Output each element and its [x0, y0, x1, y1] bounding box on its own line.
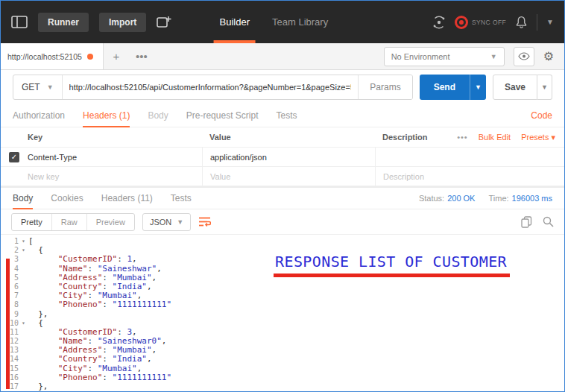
import-button[interactable]: Import — [99, 13, 146, 32]
request-builder-bar: GET ▼ Params Send ▼ Save ▼ — [1, 70, 564, 104]
fold-spacer — [19, 337, 28, 346]
fold-toggle-icon[interactable]: ▾ — [19, 246, 28, 255]
interceptor-icon[interactable] — [432, 16, 446, 29]
response-tab-body[interactable]: Body — [13, 188, 33, 209]
line-number: 6 — [1, 282, 19, 291]
notifications-bell-icon[interactable] — [515, 16, 528, 29]
new-key-field[interactable]: New key — [28, 167, 202, 186]
sync-status[interactable]: SYNC OFF — [455, 16, 506, 29]
fold-spacer — [19, 346, 28, 355]
copy-icon[interactable] — [521, 216, 532, 228]
tab-builder[interactable]: Builder — [220, 1, 250, 43]
fold-spacer — [19, 291, 28, 300]
tab-authorization[interactable]: Authorization — [13, 104, 65, 127]
line-number: 15 — [1, 364, 19, 373]
chevron-down-icon: ▼ — [177, 218, 183, 226]
tab-headers[interactable]: Headers (1) — [83, 104, 130, 127]
params-button[interactable]: Params — [358, 75, 411, 99]
environment-select[interactable]: No Environment ▼ — [384, 47, 505, 66]
tab-options-button[interactable]: ••• — [129, 43, 154, 69]
mode-raw[interactable]: Raw — [52, 214, 87, 230]
bulk-edit-link[interactable]: Bulk Edit — [479, 133, 511, 142]
new-tab-button[interactable]: + — [104, 43, 129, 69]
mode-preview[interactable]: Preview — [87, 214, 134, 230]
user-menu-chevron-icon[interactable]: ▼ — [546, 18, 554, 26]
header-options-button[interactable]: ••• — [457, 133, 468, 142]
response-body-viewer[interactable]: 1▾[2▾ {3 "CustomerID": 1,4 "Name": "Sain… — [1, 234, 564, 391]
settings-gear-icon[interactable]: ⚙ — [543, 49, 554, 63]
header-row: ✓ Content-Type application/json — [1, 148, 564, 167]
line-number: 12 — [1, 337, 19, 346]
tab-tests[interactable]: Tests — [276, 104, 297, 127]
http-method-label: GET — [22, 82, 40, 92]
unsaved-dot-icon — [87, 54, 93, 60]
line-number: 4 — [1, 265, 19, 274]
fold-toggle-icon[interactable]: ▾ — [19, 319, 28, 328]
headers-editor: Key Value Description ••• Bulk Edit Pres… — [1, 127, 564, 186]
new-description-field[interactable]: Description — [375, 167, 564, 186]
line-number: 9 — [1, 310, 19, 319]
line-number: 7 — [1, 291, 19, 300]
main-tabs: Builder Team Library — [220, 1, 329, 43]
language-selected-label: JSON — [150, 218, 171, 227]
fold-spacer — [19, 328, 28, 337]
fold-toggle-icon[interactable]: ▾ — [19, 237, 28, 246]
code-line: 16 "Phoneno": "1111111111" — [1, 373, 564, 382]
fold-spacer — [19, 274, 28, 282]
environment-preview-eye-icon[interactable] — [514, 47, 534, 66]
fold-spacer — [19, 373, 28, 382]
fold-spacer — [19, 300, 28, 309]
code-line: 17 }, — [1, 382, 564, 391]
status-badge: Status:200 OK — [419, 194, 476, 203]
header-description-cell[interactable] — [375, 148, 564, 166]
fold-spacer — [19, 364, 28, 373]
header-key-cell[interactable]: Content-Type — [28, 148, 202, 166]
response-tab-headers[interactable]: Headers (11) — [101, 188, 153, 209]
code-text: "Phoneno": "1111111111" — [28, 300, 171, 309]
time-value: 196003 ms — [512, 194, 552, 203]
code-text: }, — [28, 382, 48, 391]
check-icon: ✓ — [11, 153, 17, 161]
url-input[interactable] — [63, 75, 359, 99]
view-mode-group: Pretty Raw Preview — [11, 213, 135, 231]
presets-dropdown[interactable]: Presets ▾ — [521, 133, 555, 142]
response-tab-cookies[interactable]: Cookies — [51, 188, 83, 209]
line-number: 16 — [1, 373, 19, 382]
wrap-format-icon[interactable] — [198, 216, 211, 227]
save-options-chevron-icon[interactable]: ▼ — [537, 75, 552, 100]
tab-team-library[interactable]: Team Library — [272, 1, 328, 43]
send-button[interactable]: Send — [420, 75, 470, 100]
tab-body[interactable]: Body — [148, 104, 168, 127]
new-value-field[interactable]: Value — [202, 167, 375, 186]
annotation-red-bar — [6, 259, 10, 389]
new-window-icon[interactable] — [157, 16, 171, 28]
header-row-checkbox[interactable]: ✓ — [9, 152, 19, 162]
response-toolbar: Pretty Raw Preview JSON ▼ — [1, 209, 564, 234]
sidebar-toggle-icon[interactable] — [11, 16, 28, 28]
save-button[interactable]: Save — [493, 75, 537, 100]
line-number: 14 — [1, 355, 19, 364]
chevron-down-icon: ▼ — [490, 53, 497, 60]
request-tab-title: http://localhost:52105 — [7, 52, 82, 61]
line-number: 1 — [1, 237, 19, 246]
search-icon[interactable] — [543, 216, 554, 227]
chevron-down-icon: ▼ — [47, 83, 54, 91]
topbar-divider — [537, 14, 537, 31]
environment-selected-label: No Environment — [391, 52, 450, 61]
send-options-chevron-icon[interactable]: ▼ — [470, 75, 486, 100]
response-tab-tests[interactable]: Tests — [171, 188, 192, 209]
runner-button[interactable]: Runner — [38, 13, 89, 32]
line-number: 5 — [1, 274, 19, 282]
tab-strip: http://localhost:52105 + ••• No Environm… — [1, 43, 564, 70]
request-tabs: Authorization Headers (1) Body Pre-reque… — [1, 104, 564, 127]
request-tab[interactable]: http://localhost:52105 — [1, 43, 104, 69]
new-header-row: New key Value Description — [1, 167, 564, 186]
mode-pretty[interactable]: Pretty — [12, 214, 52, 230]
http-method-select[interactable]: GET ▼ — [13, 75, 63, 99]
language-select[interactable]: JSON ▼ — [142, 213, 191, 231]
tab-pre-request-script[interactable]: Pre-request Script — [186, 104, 259, 127]
code-link[interactable]: Code — [531, 104, 552, 127]
column-description: Description — [382, 133, 428, 142]
topbar: Runner Import Builder Team Library SYNC … — [1, 1, 564, 43]
header-value-cell[interactable]: application/json — [202, 148, 375, 166]
